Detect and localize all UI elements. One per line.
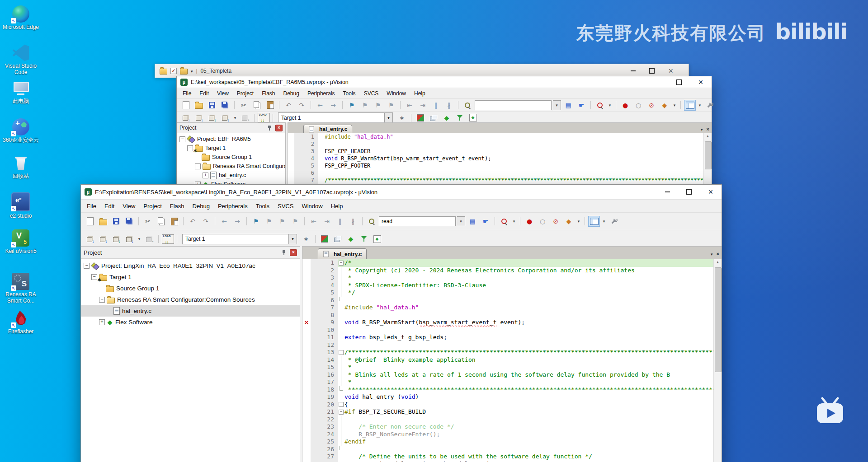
outdent-button[interactable]: ⇤ — [308, 216, 320, 227]
flex-config-button[interactable]: ◆ — [441, 112, 453, 123]
flex-filter-button[interactable] — [358, 233, 370, 244]
close-button[interactable] — [700, 185, 722, 199]
save-button[interactable] — [206, 100, 218, 111]
batch-build-button[interactable] — [123, 233, 135, 244]
minimize-button[interactable] — [646, 76, 668, 88]
flex-filter-button[interactable] — [454, 112, 466, 123]
menu-peripherals[interactable]: Peripherals — [303, 90, 339, 97]
minimize-button[interactable] — [631, 67, 636, 75]
title-bar[interactable]: µ E:\keil_workapace\05_Templeta\EBF_RA6M… — [177, 76, 712, 88]
panel-close-button[interactable]: × — [290, 249, 297, 256]
fold-collapse-icon[interactable]: − — [339, 410, 344, 415]
target-options-button[interactable]: ∗ — [396, 112, 408, 123]
find-next-button[interactable]: ▤ — [562, 100, 574, 111]
minimize-button[interactable] — [656, 185, 678, 199]
collapse-icon[interactable]: − — [187, 145, 193, 151]
dropdown-arrow-icon[interactable] — [232, 116, 238, 120]
menu-edit[interactable]: Edit — [100, 203, 118, 210]
menu-tools[interactable]: Tools — [339, 90, 360, 97]
undo-button[interactable]: ↶ — [283, 100, 294, 111]
tree-item[interactable]: −Renesas RA Smart Configurator:Common So… — [81, 294, 300, 305]
copy-button[interactable] — [155, 216, 167, 227]
paste-button[interactable] — [264, 100, 276, 111]
bookmark-next-button[interactable]: ⚑ — [276, 216, 288, 227]
fold-collapse-icon[interactable]: − — [339, 402, 344, 407]
tree-item[interactable]: −Target 1 — [81, 271, 300, 283]
expand-icon[interactable]: + — [99, 319, 105, 325]
maximize-button[interactable] — [678, 185, 700, 199]
uncomment-button[interactable]: ∦ — [443, 100, 455, 111]
comment-button[interactable]: ∥ — [334, 216, 346, 227]
desktop-icon-recycle-bin[interactable]: 回收站 — [0, 154, 42, 180]
redo-button[interactable]: ↷ — [296, 100, 307, 111]
paste-button[interactable] — [168, 216, 180, 227]
menu-svcs[interactable]: SVCS — [274, 203, 297, 210]
tab-list-dropdown-icon[interactable] — [701, 126, 703, 132]
uncomment-button[interactable]: ∦ — [347, 216, 359, 227]
navigate-back-button[interactable]: ← — [218, 216, 230, 227]
menu-flash[interactable]: Flash — [166, 203, 189, 210]
bookmark-next-button[interactable]: ⚑ — [372, 100, 384, 111]
kill-breakpoints-button[interactable]: ⊘ — [646, 100, 657, 111]
open-file-button[interactable] — [193, 100, 205, 111]
manage-layers-button[interactable] — [428, 112, 439, 123]
comment-button[interactable]: ∥ — [430, 100, 442, 111]
bookmark-prev-button[interactable]: ⚑ — [263, 216, 275, 227]
target-options-button[interactable]: ∗ — [300, 233, 312, 244]
stop-build-button[interactable] — [239, 112, 251, 123]
tab-list-dropdown-icon[interactable] — [711, 251, 713, 257]
fold-collapse-icon[interactable]: − — [339, 350, 344, 355]
editor-vertical-scrollbar[interactable]: ▲ — [713, 259, 722, 462]
collapse-icon[interactable]: − — [84, 263, 90, 269]
bookmark-clear-button[interactable]: ⚑ — [289, 216, 301, 227]
menu-file[interactable]: File — [83, 203, 100, 210]
menu-window[interactable]: Window — [297, 203, 326, 210]
menu-help[interactable]: Help — [410, 90, 429, 97]
navigate-back-button[interactable]: ← — [314, 100, 326, 111]
navigate-forward-button[interactable]: → — [231, 216, 243, 227]
navigate-forward-button[interactable]: → — [327, 100, 339, 111]
new-file-button[interactable] — [84, 216, 96, 227]
title-bar[interactable]: µ E:\Exploitation\RENESAS\keil_workspace… — [81, 185, 722, 200]
new-file-button[interactable] — [180, 100, 192, 111]
disable-breakpoint-button[interactable]: ○ — [537, 216, 548, 227]
build-button[interactable] — [97, 233, 109, 244]
menu-project[interactable]: Project — [139, 203, 165, 210]
configure-button[interactable] — [704, 100, 716, 111]
tree-item[interactable]: Source Group 1 — [177, 153, 285, 162]
dropdown-arrow-icon[interactable] — [137, 237, 142, 241]
find-in-files-button[interactable] — [366, 216, 377, 227]
tree-item[interactable]: −Renesas RA Smart Configura — [177, 162, 285, 171]
target-select[interactable]: Target 1 — [182, 234, 297, 244]
desktop-icon-this-pc[interactable]: 此电脑 — [0, 79, 42, 105]
menu-peripherals[interactable]: Peripherals — [214, 203, 252, 210]
close-button[interactable] — [668, 67, 673, 75]
disable-breakpoint-button[interactable]: ○ — [632, 100, 644, 111]
expand-icon[interactable]: + — [203, 173, 208, 178]
undo-button[interactable]: ↶ — [187, 216, 198, 227]
indent-button[interactable]: ⇥ — [321, 216, 333, 227]
incremental-find-button[interactable]: ☛ — [576, 100, 587, 111]
search-box[interactable]: read — [379, 216, 456, 226]
menu-view[interactable]: View — [213, 90, 233, 97]
enable-breakpoints-button[interactable]: ◆ — [563, 216, 575, 227]
rebuild-button[interactable] — [110, 233, 122, 244]
dropdown-arrow-icon[interactable] — [672, 103, 677, 107]
quick-access-dropdown-icon[interactable] — [191, 68, 193, 74]
menu-file[interactable]: File — [179, 90, 195, 97]
save-all-button[interactable] — [123, 216, 135, 227]
incremental-find-button[interactable]: ☛ — [480, 216, 491, 227]
dropdown-arrow-icon[interactable] — [511, 219, 517, 224]
find-button[interactable] — [498, 216, 510, 227]
redo-button[interactable]: ↷ — [200, 216, 212, 227]
download-button[interactable] — [162, 233, 174, 244]
manage-rte-button[interactable] — [319, 233, 330, 244]
menu-view[interactable]: View — [118, 203, 139, 210]
menu-debug[interactable]: Debug — [279, 90, 303, 97]
fold-collapse-icon[interactable]: − — [339, 261, 344, 266]
copy-button[interactable] — [251, 100, 263, 111]
batch-build-button[interactable] — [219, 112, 231, 123]
tree-item[interactable]: hal_entry.c — [81, 305, 300, 317]
tree-item[interactable]: +hal_entry.c — [177, 171, 285, 180]
desktop-icon-keil-uvision5[interactable]: ↖Keil uVision5 — [0, 229, 42, 255]
